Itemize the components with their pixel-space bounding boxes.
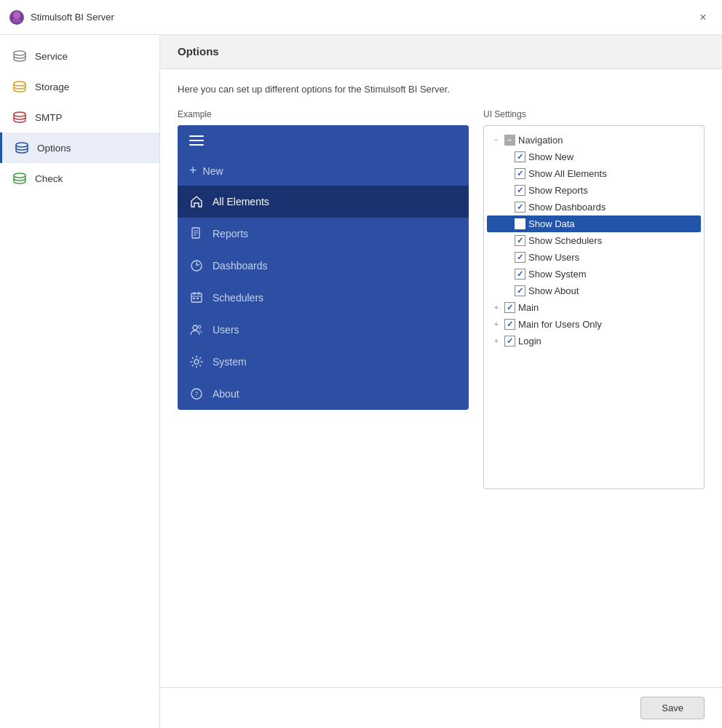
content-body: Here you can set up different options fo…	[160, 69, 722, 687]
tree-item-show-system[interactable]: Show System	[487, 266, 701, 282]
checkbox-show-new[interactable]	[515, 151, 525, 162]
ui-settings-label: UI Settings	[483, 109, 705, 119]
smtp-icon	[12, 109, 28, 125]
tree-show-new-label: Show New	[528, 151, 574, 162]
system-icon	[189, 355, 204, 369]
svg-point-1	[13, 12, 20, 19]
checkbox-show-dashboards[interactable]	[515, 202, 525, 213]
title-bar-left: Stimulsoft BI Server	[9, 9, 114, 25]
sidebar-service-label: Service	[35, 51, 68, 62]
tree-item-show-all-elements[interactable]: Show All Elements	[487, 165, 701, 182]
expand-navigation-icon[interactable]: −	[491, 135, 501, 146]
sidebar-item-smtp[interactable]: SMTP	[0, 102, 159, 132]
nav-system-label: System	[213, 356, 247, 368]
tree-show-about-label: Show About	[528, 285, 579, 296]
expand-show-reports-icon	[501, 186, 512, 196]
close-button[interactable]: ×	[693, 7, 713, 28]
nav-schedulers-label: Schedulers	[213, 292, 263, 304]
tree-show-schedulers-label: Show Schedulers	[528, 235, 602, 246]
checkbox-login[interactable]	[504, 336, 515, 347]
ui-settings-panel: UI Settings − − Navigation	[483, 109, 705, 489]
checkbox-show-about[interactable]	[515, 285, 525, 296]
expand-show-data-icon	[501, 219, 512, 229]
tree-main-label: Main	[518, 302, 539, 313]
checkbox-show-reports[interactable]	[515, 185, 525, 196]
hamburger-icon[interactable]	[189, 135, 204, 146]
home-icon	[189, 194, 204, 209]
expand-main-users-only-icon[interactable]: +	[491, 320, 501, 330]
nav-dashboards-label: Dashboards	[213, 260, 268, 272]
checkbox-show-schedulers[interactable]	[515, 235, 525, 246]
panels-row: Example	[178, 109, 705, 489]
checkbox-show-data[interactable]	[515, 218, 525, 229]
svg-rect-17	[193, 298, 195, 299]
sidebar: Service Storage	[0, 35, 160, 728]
expand-show-users-icon	[501, 253, 512, 263]
tree-item-main-users-only[interactable]: + Main for Users Only	[487, 316, 701, 333]
tree-show-system-label: Show System	[528, 269, 586, 280]
svg-point-3	[14, 51, 25, 55]
checkbox-show-system[interactable]	[515, 269, 525, 280]
nav-new-button[interactable]: + New	[178, 156, 469, 186]
nav-item-system[interactable]: System	[178, 346, 469, 378]
main-content: Service Storage	[0, 35, 722, 728]
tree-main-users-only-label: Main for Users Only	[518, 319, 602, 330]
example-panel: Example	[178, 109, 469, 410]
sidebar-item-storage[interactable]: Storage	[0, 71, 159, 102]
checkbox-main-users-only[interactable]	[504, 319, 515, 330]
tree-item-show-users[interactable]: Show Users	[487, 249, 701, 266]
expand-login-icon[interactable]: +	[491, 336, 501, 347]
tree-item-show-new[interactable]: Show New	[487, 149, 701, 165]
title-bar: Stimulsoft BI Server ×	[0, 0, 722, 35]
save-button[interactable]: Save	[640, 697, 705, 719]
svg-point-5	[14, 112, 25, 116]
tree-item-show-reports[interactable]: Show Reports	[487, 182, 701, 199]
checkbox-show-users[interactable]	[515, 252, 525, 263]
expand-show-about-icon	[501, 286, 512, 296]
checkbox-main[interactable]	[504, 302, 515, 313]
expand-show-dashboards-icon	[501, 202, 512, 213]
svg-point-20	[198, 325, 201, 328]
tree-item-show-about[interactable]: Show About	[487, 282, 701, 299]
expand-show-new-icon	[501, 152, 512, 162]
footer: Save	[160, 687, 722, 728]
expand-main-icon[interactable]: +	[491, 303, 501, 313]
tree-item-show-data[interactable]: Show Data	[487, 215, 701, 232]
nav-item-schedulers[interactable]: Schedulers	[178, 282, 469, 314]
sidebar-item-options[interactable]: Options	[0, 132, 159, 163]
nav-item-users[interactable]: Users	[178, 314, 469, 346]
sidebar-check-label: Check	[35, 173, 63, 184]
nav-all-elements-label: All Elements	[213, 196, 269, 207]
tree-item-main[interactable]: + Main	[487, 299, 701, 316]
nav-item-all-elements[interactable]: All Elements	[178, 186, 469, 218]
svg-point-6	[16, 143, 28, 147]
tree-login-label: Login	[518, 336, 542, 347]
window-title: Stimulsoft BI Server	[31, 12, 114, 23]
expand-show-system-icon	[501, 269, 512, 280]
sidebar-item-check[interactable]: Check	[0, 163, 159, 194]
nav-item-reports[interactable]: Reports	[178, 218, 469, 250]
tree-item-login[interactable]: + Login	[487, 333, 701, 349]
check-icon	[12, 170, 28, 186]
svg-point-19	[193, 325, 197, 330]
content-title: Options	[178, 45, 219, 58]
main-window: Stimulsoft BI Server × Service	[0, 0, 722, 728]
expand-show-schedulers-icon	[501, 236, 512, 246]
checkbox-navigation[interactable]: −	[504, 135, 515, 146]
svg-point-7	[14, 173, 25, 178]
nav-item-about[interactable]: ? About	[178, 378, 469, 410]
tree-show-all-elements-label: Show All Elements	[528, 168, 607, 179]
tree-item-show-schedulers[interactable]: Show Schedulers	[487, 232, 701, 249]
checkbox-show-all-elements[interactable]	[515, 168, 525, 179]
sidebar-options-label: Options	[37, 143, 71, 154]
svg-text:?: ?	[195, 390, 199, 398]
tree-item-navigation[interactable]: − − Navigation	[487, 132, 701, 149]
nav-item-dashboards[interactable]: Dashboards	[178, 250, 469, 282]
nav-preview-header	[178, 125, 469, 156]
sidebar-item-service[interactable]: Service	[0, 41, 159, 71]
tree-navigation-label: Navigation	[518, 135, 563, 146]
tree-item-show-dashboards[interactable]: Show Dashboards	[487, 199, 701, 215]
schedulers-icon	[189, 290, 204, 305]
expand-show-all-elements-icon	[501, 169, 512, 179]
nav-reports-label: Reports	[213, 228, 248, 240]
